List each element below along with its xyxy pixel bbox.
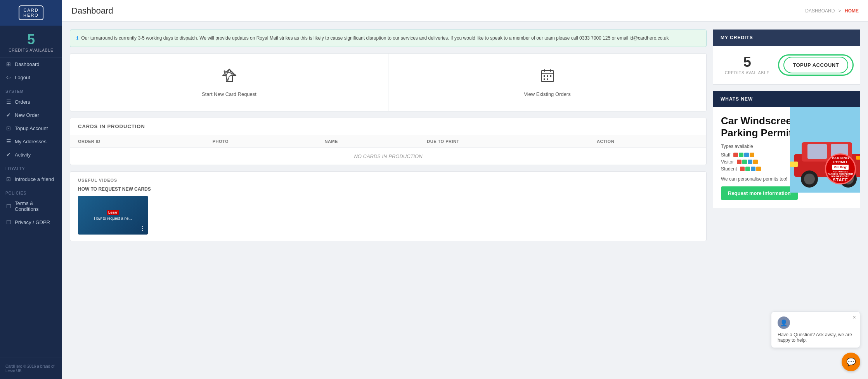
- alert-banner: ℹ Our turnaround is currently 3-5 workin…: [70, 30, 707, 47]
- chat-close-button[interactable]: ×: [853, 314, 856, 320]
- new-card-request-card[interactable]: Start New Card Request: [70, 54, 388, 111]
- permit-mid: Veh Reg:: [832, 165, 849, 170]
- sidebar-item-addresses[interactable]: ☰ My Addresses: [0, 135, 62, 148]
- credits-panel-body: 5 CREDITS AVAILABLE TOPUP ACCOUNT: [713, 46, 860, 85]
- col-name: NAME: [317, 135, 419, 148]
- chat-fab-button[interactable]: 💬: [842, 353, 860, 371]
- sidebar-item-label: Orders: [15, 99, 30, 105]
- yt-badge: Lesar: [107, 210, 119, 215]
- credits-big-label: CREDITS AVAILABLE: [725, 71, 770, 75]
- sidebar-item-label: Introduce a friend: [15, 176, 54, 182]
- table-row: NO CARDS IN PRODUCTION: [70, 148, 706, 165]
- addresses-icon: ☰: [5, 138, 12, 144]
- sidebar-item-introduce[interactable]: ⊡ Introduce a friend: [0, 172, 62, 186]
- topup-icon: ⊡: [5, 125, 12, 131]
- permit-auth: AUTHORISED PARKING FOR PERMIT HOLDERS ON…: [828, 170, 853, 177]
- dot-yellow: [753, 160, 758, 164]
- chat-widget: × 👤 Have a Question? Ask away, we are ha…: [771, 311, 860, 348]
- logout-icon: ⇦: [5, 74, 12, 80]
- view-orders-card[interactable]: View Existing Orders: [388, 54, 706, 111]
- whatsnew-body: Car Windscreen Parking Permits Types ava…: [713, 107, 860, 208]
- breadcrumb-home: DASHBOARD: [805, 8, 835, 14]
- terms-icon: ☐: [5, 203, 12, 209]
- dot-yellow: [750, 153, 754, 157]
- sidebar-credits: 5 CREDITS AVAILABLE: [0, 26, 62, 57]
- topup-account-button[interactable]: TOPUP ACCOUNT: [783, 57, 848, 73]
- credits-big-number: 5: [725, 55, 770, 69]
- videos-section: USEFUL VIDEOS HOW TO REQUEST NEW CARDS L…: [70, 171, 707, 241]
- dot-blue: [744, 153, 749, 157]
- breadcrumb-current: HOME: [845, 8, 859, 14]
- sidebar: CARD HERO 5 CREDITS AVAILABLE ⊞ Dashboar…: [0, 0, 62, 379]
- sidebar-item-label: Dashboard: [15, 61, 40, 67]
- new-order-icon: ✔: [5, 112, 12, 118]
- sidebar-item-label: Topup Account: [15, 125, 48, 131]
- sidebar-item-label: My Addresses: [15, 139, 47, 144]
- sidebar-item-orders[interactable]: ☰ Orders: [0, 95, 62, 108]
- visitor-colours: [737, 160, 758, 164]
- permit-badge: PARKING PERMIT Veh Reg: AUTHORISED PARKI…: [825, 153, 856, 184]
- activity-icon: ✔: [5, 151, 12, 158]
- sidebar-item-privacy[interactable]: ☐ Privacy / GDPR: [0, 216, 62, 229]
- dot-yellow: [756, 167, 761, 171]
- student-label: Student: [721, 166, 737, 172]
- left-column: ℹ Our turnaround is currently 3-5 workin…: [70, 30, 713, 371]
- sidebar-item-new-order[interactable]: ✔ New Order: [0, 108, 62, 122]
- production-section: CARDS IN PRODUCTION ORDER ID PHOTO NAME …: [70, 118, 707, 165]
- col-photo: PHOTO: [205, 135, 317, 148]
- logo-line2: HERO: [23, 13, 39, 18]
- orders-icon: ☰: [5, 99, 12, 105]
- sidebar-item-terms[interactable]: ☐ Terms & Conditions: [0, 197, 62, 216]
- video-menu-icon[interactable]: ⋮: [139, 225, 146, 232]
- top-bar: Dashboard DASHBOARD > HOME: [62, 0, 868, 22]
- permit-title: PARKING PERMIT: [828, 156, 853, 164]
- video-thumbnail[interactable]: Lesar How to request a ne... ⋮: [78, 196, 148, 235]
- video-subtitle: HOW TO REQUEST NEW CARDS: [78, 186, 698, 192]
- app-logo: CARD HERO: [19, 5, 43, 20]
- chat-fab-icon: 💬: [846, 357, 856, 367]
- dot-red: [740, 167, 745, 171]
- production-header: CARDS IN PRODUCTION: [70, 118, 706, 135]
- sidebar-item-topup[interactable]: ⊡ Topup Account: [0, 122, 62, 135]
- new-card-label: Start New Card Request: [202, 91, 256, 97]
- whatsnew-header: WHATS NEW: [713, 91, 860, 107]
- dot-red: [737, 160, 742, 164]
- logo-line1: CARD: [23, 8, 39, 13]
- page-title: Dashboard: [71, 6, 113, 16]
- sidebar-item-activity[interactable]: ✔ Activity: [0, 148, 62, 161]
- svg-rect-23: [856, 156, 860, 160]
- logo-area: CARD HERO: [0, 0, 62, 26]
- alert-text: Our turnaround is currently 3-5 working …: [81, 35, 669, 41]
- sidebar-item-dashboard[interactable]: ⊞ Dashboard: [0, 57, 62, 71]
- visitor-label: Visitor: [721, 159, 734, 165]
- chat-message: Have a Question? Ask away, we are happy …: [778, 332, 854, 343]
- svg-rect-8: [544, 75, 545, 77]
- dot-green: [742, 160, 747, 164]
- info-icon: ℹ: [76, 35, 78, 41]
- credits-panel-header: MY CREDITS: [713, 30, 860, 46]
- dashboard-icon: ⊞: [5, 61, 12, 67]
- svg-rect-10: [550, 75, 551, 77]
- col-order-id: ORDER ID: [70, 135, 205, 148]
- view-orders-label: View Existing Orders: [524, 91, 570, 97]
- svg-rect-16: [807, 144, 827, 159]
- content-area: ℹ Our turnaround is currently 3-5 workin…: [62, 22, 868, 379]
- sidebar-item-label: Logout: [15, 75, 30, 80]
- credits-display: 5 CREDITS AVAILABLE: [725, 55, 770, 75]
- no-cards-text: NO CARDS IN PRODUCTION: [70, 148, 706, 165]
- request-info-button[interactable]: Request more information: [721, 186, 798, 200]
- sidebar-item-label: Activity: [15, 152, 31, 158]
- dot-green: [745, 167, 750, 171]
- staff-colours: [733, 153, 754, 157]
- svg-rect-22: [790, 162, 798, 167]
- sidebar-item-logout[interactable]: ⇦ Logout: [0, 71, 62, 84]
- chat-avatar: 👤: [778, 316, 790, 329]
- sidebar-footer: CardHero © 2016 a brand of Lesar UK: [0, 358, 62, 379]
- introduce-icon: ⊡: [5, 176, 12, 182]
- video-title: How to request a ne...: [94, 216, 132, 221]
- system-section-label: SYSTEM: [0, 84, 62, 95]
- breadcrumb-separator: >: [839, 8, 841, 14]
- svg-rect-11: [544, 78, 545, 80]
- policies-section-label: POLICIES: [0, 186, 62, 197]
- send-icon: [222, 68, 237, 87]
